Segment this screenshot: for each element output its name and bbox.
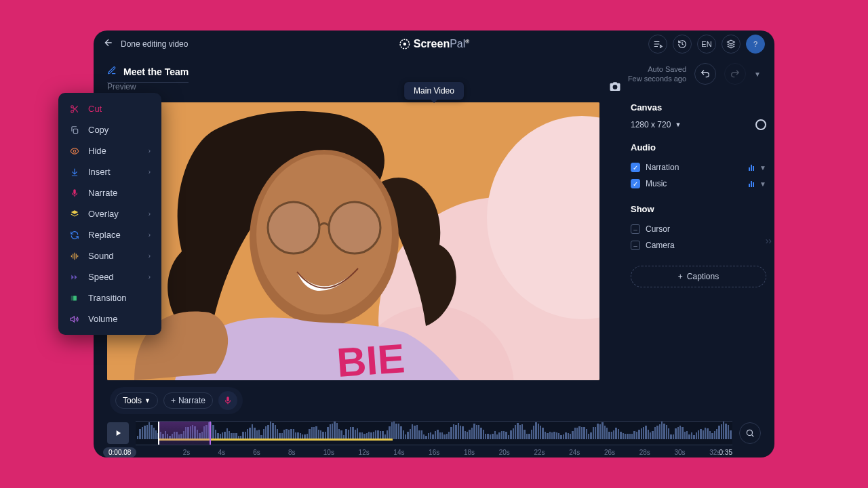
- project-title: Meet the Team: [123, 66, 189, 77]
- chevron-right-icon: ›: [149, 210, 151, 218]
- redo-button[interactable]: [724, 63, 746, 85]
- layers-icon[interactable]: [722, 35, 741, 54]
- timeline-selection[interactable]: [158, 422, 211, 445]
- ruler-tick: 30s: [674, 449, 685, 456]
- music-checkbox[interactable]: ✓: [631, 179, 640, 188]
- ctx-copy[interactable]: Copy: [58, 119, 161, 140]
- mic-button[interactable]: [218, 391, 237, 410]
- add-captions-button[interactable]: + Captions: [631, 266, 766, 287]
- overlay-icon: [69, 209, 80, 219]
- chevron-right-icon: ›: [149, 168, 151, 176]
- ruler-tick: 14s: [393, 449, 404, 456]
- eq-icon: [749, 164, 754, 171]
- ctx-insert[interactable]: Insert›: [58, 161, 161, 182]
- bottom-bar: Tools▼ +Narrate 0:00.08 0:35 2s4s6s8s10s…: [94, 380, 774, 458]
- ruler-tick: 2s: [183, 449, 191, 456]
- ruler-tick: 32s: [709, 449, 720, 456]
- narration-row[interactable]: ✓ Narration ▼: [631, 159, 766, 176]
- volume-icon: [69, 314, 80, 324]
- playhead[interactable]: [158, 421, 159, 445]
- speed-icon: [69, 272, 80, 282]
- canvas-section: Canvas 868 x 488 ▼: [631, 102, 766, 130]
- cursor-row[interactable]: – Cursor: [631, 221, 766, 237]
- svg-point-15: [73, 150, 76, 152]
- canvas-heading: Canvas: [631, 102, 766, 113]
- brand-logo: ScreenPal®: [399, 38, 469, 50]
- video-preview[interactable]: BIE: [107, 102, 599, 380]
- show-heading: Show: [631, 204, 766, 214]
- mic-icon: [69, 188, 80, 198]
- ruler-tick: 8s: [288, 449, 296, 456]
- snapshot-icon[interactable]: [609, 81, 621, 96]
- ctx-sound[interactable]: Sound›: [58, 245, 161, 266]
- timeline-zoom-button[interactable]: [739, 422, 761, 444]
- copy-icon: [69, 125, 80, 135]
- ruler-tick: 10s: [323, 449, 334, 456]
- sound-icon: [69, 251, 80, 261]
- ruler-tick: 22s: [534, 449, 545, 456]
- history-icon[interactable]: [673, 35, 692, 54]
- captions-label: Captions: [687, 272, 719, 281]
- audio-section: Audio ✓ Narration ▼ ✓ Music ▼: [631, 142, 766, 192]
- done-editing-label[interactable]: Done editing video: [121, 39, 188, 49]
- svg-rect-17: [73, 296, 77, 300]
- back-arrow-icon[interactable]: [103, 37, 114, 51]
- cursor-checkbox[interactable]: –: [631, 224, 640, 234]
- svg-rect-14: [73, 129, 77, 133]
- svg-point-1: [403, 43, 407, 46]
- music-menu-icon[interactable]: ▼: [760, 180, 766, 188]
- undo-button[interactable]: [694, 63, 716, 85]
- narrate-button[interactable]: +Narrate: [163, 392, 213, 409]
- current-time-pill: 0:00.08: [103, 447, 136, 458]
- ctx-replace[interactable]: Replace›: [58, 224, 161, 245]
- camera-row[interactable]: – Camera: [631, 237, 766, 253]
- narration-checkbox[interactable]: ✓: [631, 163, 640, 172]
- ctx-narrate[interactable]: Narrate: [58, 182, 161, 203]
- narration-menu-icon[interactable]: ▼: [760, 164, 766, 171]
- ctx-speed[interactable]: Speed›: [58, 266, 161, 287]
- eq-icon: [749, 180, 754, 187]
- svg-text:BIE: BIE: [336, 336, 406, 380]
- cut-icon: [69, 104, 80, 114]
- music-label: Music: [646, 179, 743, 188]
- replace-icon: [69, 230, 80, 240]
- chevron-right-icon: ›: [149, 273, 151, 281]
- narration-label: Narration: [646, 163, 743, 172]
- timeline[interactable]: [136, 421, 732, 445]
- brand-b: Pal: [450, 38, 465, 49]
- chevron-right-icon: ›: [149, 231, 151, 239]
- ruler-tick: 28s: [639, 449, 650, 456]
- language-button[interactable]: EN: [697, 35, 716, 54]
- ruler-tick: 24s: [569, 449, 580, 456]
- playlist-icon[interactable]: [648, 35, 667, 54]
- panel-collapse-icon[interactable]: ››: [766, 235, 772, 246]
- end-time: 0:35: [719, 449, 732, 456]
- canvas-size-dropdown[interactable]: 868 x 488 ▼: [631, 120, 681, 129]
- help-button[interactable]: ?: [746, 35, 765, 54]
- ruler-tick: 26s: [604, 449, 615, 456]
- history-dropdown-icon[interactable]: ▼: [754, 70, 761, 78]
- tools-dropdown[interactable]: Tools▼: [115, 392, 158, 409]
- camera-checkbox[interactable]: –: [631, 241, 640, 250]
- ctx-volume[interactable]: Volume: [58, 308, 161, 329]
- ctx-transition[interactable]: Transition: [58, 287, 161, 308]
- top-left: Done editing video: [103, 37, 188, 51]
- autosave-title: Auto Saved: [628, 64, 686, 74]
- svg-point-9: [329, 202, 380, 253]
- transition-icon: [69, 293, 80, 303]
- ruler-tick: 12s: [359, 449, 370, 456]
- edit-icon: [107, 66, 117, 78]
- ctx-overlay[interactable]: Overlay›: [58, 203, 161, 224]
- canvas-color-picker[interactable]: [755, 119, 766, 130]
- music-row[interactable]: ✓ Music ▼: [631, 176, 766, 192]
- project-title-wrap[interactable]: Meet the Team: [107, 66, 189, 83]
- ctx-cut[interactable]: Cut: [58, 98, 161, 119]
- tool-row: Tools▼ +Narrate: [110, 387, 761, 414]
- canvas-size-value: 868 x 488: [631, 120, 671, 129]
- chevron-right-icon: ›: [149, 147, 151, 155]
- ctx-hide[interactable]: Hide›: [58, 140, 161, 161]
- brand-a: Screen: [414, 38, 450, 49]
- play-button[interactable]: [107, 422, 129, 444]
- top-bar: Done editing video ScreenPal® EN ?: [94, 30, 774, 58]
- plus-icon: +: [678, 272, 683, 281]
